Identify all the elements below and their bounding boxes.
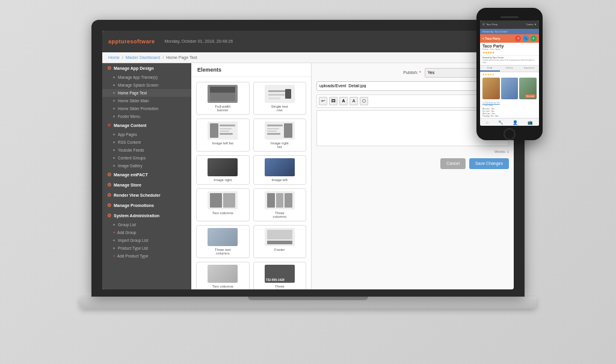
phone-bottom-nav: ⌂ 🔧 👤 📺 — [480, 118, 539, 125]
sidebar-item-splash[interactable]: Manage Splash Screen — [102, 81, 191, 89]
save-button[interactable]: Save Changes — [469, 158, 509, 169]
phone-nav-person[interactable]: 👤 — [513, 120, 518, 125]
sidebar-item-homepage[interactable]: Home Page Text — [102, 89, 191, 97]
main-content: Elements — [191, 63, 514, 289]
phone-images-row: See more — [480, 76, 539, 100]
element-imgrightlist-label: Image rightlist — [271, 141, 289, 149]
element-threecol[interactable]: Threecolumns — [253, 188, 307, 221]
phone-action-btn1[interactable]: ✉ — [515, 35, 521, 42]
sidebar-item-add-group[interactable]: + Add Group — [102, 229, 191, 236]
content-area: Elements — [191, 63, 514, 289]
see-more-button[interactable]: See more — [525, 94, 535, 98]
sidebar-item-footer-menu[interactable]: Footer Menu — [102, 113, 191, 120]
laptop-screen-bezel: appturesoftware Monday, October 01, 2018… — [91, 20, 525, 297]
toolbar-bold[interactable]: A — [339, 97, 348, 105]
phone-overlay: ☰ Taco Party Carrier ▼ Hosted by: Taco C… — [476, 8, 549, 152]
phone-img-service — [501, 78, 519, 99]
element-imgright[interactable]: Image right — [196, 155, 250, 185]
sidebar-item-slider-main[interactable]: Home Slider Main — [102, 97, 191, 105]
sidebar-item-app-pages[interactable]: App Pages — [102, 131, 191, 138]
sidebar-section-promotions[interactable]: ⚙ Manage Promotions — [102, 200, 191, 211]
element-threetextcol[interactable]: Three textcolumns — [196, 225, 250, 258]
breadcrumb-home[interactable]: Home — [108, 55, 120, 60]
sidebar-item-youtube[interactable]: Youtube Feeds — [102, 146, 191, 154]
sidebar-item-import-group[interactable]: Import Group List — [102, 236, 191, 244]
element-twocol-label: Two columns — [212, 211, 233, 215]
toolbar-undo[interactable]: ↩ — [319, 97, 327, 105]
phone-img-food — [482, 78, 500, 99]
phone-back-bar[interactable]: < Taco Party ✉ 📞 ★ — [480, 34, 539, 43]
element-threecol2[interactable]: 732-555-1428 Threecolumns — [253, 262, 307, 289]
element-imgright-label: Image right — [214, 178, 232, 182]
toolbar-image[interactable]: 🖼 — [329, 97, 337, 105]
app-header: appturesoftware Monday, October 01, 2018… — [102, 31, 514, 52]
svg-rect-14 — [267, 131, 277, 132]
laptop: appturesoftware Monday, October 01, 2018… — [61, 20, 555, 345]
cancel-button[interactable]: Cancel — [440, 158, 466, 169]
svg-rect-7 — [220, 125, 235, 126]
svg-rect-11 — [284, 123, 292, 138]
sidebar-item-image-gallery[interactable]: Image Gallery — [102, 162, 191, 170]
file-input[interactable] — [316, 81, 498, 91]
element-imgleft-icon — [265, 158, 295, 176]
element-imgleft[interactable]: Image left — [253, 155, 307, 185]
element-twocol2[interactable]: Two columns — [196, 262, 250, 289]
svg-rect-9 — [220, 131, 229, 132]
sidebar-item-product-type[interactable]: Product Type List — [102, 244, 191, 252]
phone-back-text: < Taco Party — [482, 37, 500, 40]
element-imgrightlist[interactable]: Image rightlist — [253, 119, 307, 152]
phone-nav-wrench[interactable]: 🔧 — [498, 120, 504, 125]
phone-title-text: Taco Party — [486, 23, 497, 26]
form-actions: Cancel Save Changes — [316, 158, 509, 169]
sidebar-item-add-product[interactable]: + Add Product Type — [102, 252, 191, 260]
sidebar-section-store[interactable]: ⚙ Manage Store — [102, 180, 191, 190]
phone-action-btn2[interactable]: 📞 — [523, 35, 529, 42]
sidebar-item-slider-promo[interactable]: Home Slider Promotion — [102, 105, 191, 113]
element-fullwidth[interactable]: Full-widthbanner — [196, 82, 250, 115]
phone-speaker — [500, 16, 519, 18]
element-footer[interactable]: Footer — [253, 225, 307, 258]
svg-rect-16 — [210, 193, 222, 208]
phone-hosted-by2-text: Hosted by Taco Center — [482, 57, 504, 59]
element-threecol2-icon: 732-555-1428 — [265, 265, 295, 283]
sidebar-item-theme[interactable]: Manage App Theme(s) — [102, 73, 191, 81]
phone-home-button[interactable] — [504, 128, 516, 140]
element-twocol[interactable]: Two columns — [196, 188, 250, 221]
sidebar-section-empact[interactable]: ⚙ Manage emPACT — [102, 170, 191, 180]
phone-description-text: Content about the taco party. Food, amaz… — [482, 60, 537, 64]
publish-required: * — [419, 70, 421, 75]
header-datetime: Monday, October 01, 2018, 20:48:26 — [165, 39, 233, 43]
sidebar-item-group-list[interactable]: Group List — [102, 221, 191, 229]
store-section-icon: ⚙ — [107, 182, 111, 188]
svg-rect-8 — [220, 128, 232, 129]
phone-tab-service[interactable]: Service — [500, 66, 520, 72]
sidebar-section-admin-label: System Administration — [114, 214, 159, 218]
element-singletext[interactable]: Single textrow — [253, 82, 307, 115]
phone-action-btn3[interactable]: ★ — [531, 35, 537, 42]
phone-nav-home[interactable]: ⌂ — [486, 120, 488, 125]
phone-description-section: Hosted by Taco Center Content about the … — [480, 55, 539, 65]
sidebar-section-promo-label: Manage Promotions — [114, 203, 154, 208]
phone-hours-text: Mon Lam - 7am Tue: Lam - 7am Wed: Lam - … — [482, 108, 537, 118]
breadcrumb-dashboard[interactable]: Master Dashboard — [126, 55, 161, 60]
laptop-screen: appturesoftware Monday, October 01, 2018… — [102, 31, 514, 289]
element-imgleftlist[interactable]: Image left list — [196, 119, 250, 152]
svg-rect-10 — [220, 133, 233, 135]
svg-rect-17 — [223, 193, 235, 208]
phone-nav-tv[interactable]: 📺 — [528, 120, 533, 125]
sidebar-section-content[interactable]: ✕ Manage Content — [102, 120, 191, 131]
sidebar-item-content-groups[interactable]: Content Groups — [102, 154, 191, 162]
phone-tab-food[interactable]: Food — [480, 66, 500, 72]
sidebar-item-rss[interactable]: RSS Content — [102, 138, 191, 146]
phone-screen: ☰ Taco Party Carrier ▼ Hosted by: Taco C… — [480, 20, 539, 126]
element-twocol2-icon — [208, 265, 238, 283]
phone-tab-experience[interactable]: Experience — [519, 66, 539, 72]
sidebar-section-design-label: Manage App Design — [114, 66, 154, 70]
sidebar-section-admin[interactable]: ⚙ System Administration — [102, 211, 191, 221]
laptop-base — [79, 297, 537, 309]
toolbar-text[interactable]: A — [350, 97, 358, 105]
sidebar-section-scheduler[interactable]: ⚙ Render View Scheduler — [102, 190, 191, 200]
sidebar-section-design[interactable]: ⚙ Manage App Design — [102, 63, 191, 73]
element-threecol-label: Threecolumns — [273, 211, 286, 218]
toolbar-link[interactable]: ⬡ — [360, 97, 368, 105]
